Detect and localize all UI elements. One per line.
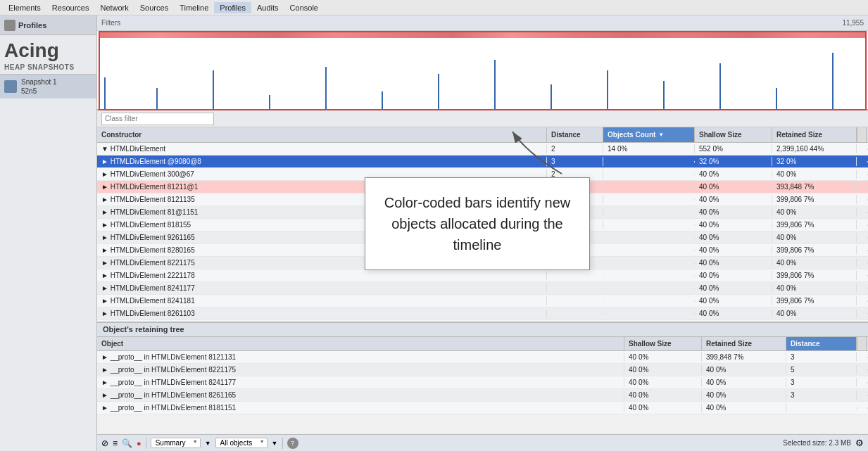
rtd-distance: 3 (786, 378, 857, 387)
rtd-shallow: 40 0% (624, 403, 702, 412)
settings-icon[interactable]: ⚙ (855, 438, 864, 448)
table-row[interactable]: ► HTMLDivElement @9080@8 3 32 0% 32 0% (97, 155, 868, 168)
retaining-row[interactable]: ► __proto__ in HTMLDivElement 8261165 40… (97, 389, 868, 402)
menu-sources[interactable]: Sources (134, 2, 174, 13)
devtools-root: Elements Resources Network Sources Timel… (0, 0, 868, 451)
td-retained: 399,806 7% (772, 195, 857, 204)
td-shallow: 32 0% (695, 157, 772, 166)
td-spacer (857, 288, 868, 289)
menu-resources[interactable]: Resources (46, 2, 95, 13)
th-shallow-size[interactable]: Shallow Size (695, 127, 772, 142)
status-icon-search[interactable]: 🔍 (122, 438, 132, 448)
menu-console[interactable]: Console (284, 2, 324, 13)
rth-scroll (857, 337, 867, 350)
retaining-row[interactable]: ► __proto__ in HTMLDivElement 8181151 40… (97, 402, 868, 414)
rth-retained[interactable]: Retained Size (702, 337, 786, 350)
status-icon-tree[interactable]: ≡ (113, 438, 118, 448)
td-retained: 393,848 7% (772, 182, 857, 191)
td-constructor: ▼ HTMLDivElement (97, 144, 547, 153)
td-spacer (857, 174, 868, 175)
rtd-shallow: 40 0% (624, 365, 702, 374)
status-arrow1: ▼ (205, 440, 211, 447)
menu-audits[interactable]: Audits (251, 2, 284, 13)
filter-select[interactable]: All objects (215, 438, 268, 448)
rth-shallow[interactable]: Shallow Size (624, 337, 702, 350)
sort-arrow: ▼ (658, 132, 664, 138)
menu-elements[interactable]: Elements (3, 2, 46, 13)
status-divider1 (146, 438, 146, 449)
td-count (603, 224, 695, 226)
timeline-v-bar (269, 95, 270, 109)
rtd-retained: 40 0% (702, 403, 786, 412)
td-spacer (857, 212, 868, 213)
rtd-shallow: 40 0% (624, 352, 702, 362)
td-shallow: 40 0% (695, 309, 772, 318)
timeline-vertical-bars (100, 39, 865, 109)
td-retained: 40 0% (772, 258, 857, 267)
timeline-red-line (100, 32, 865, 38)
rth-object[interactable]: Object (97, 337, 624, 350)
menu-network[interactable]: Network (94, 2, 134, 13)
retaining-row[interactable]: ► __proto__ in HTMLDivElement 8121131 40… (97, 351, 868, 364)
td-shallow: 40 0% (695, 220, 772, 229)
sidebar-header: Profiles (0, 15, 96, 35)
td-spacer (857, 148, 868, 150)
td-shallow: 40 0% (695, 258, 772, 267)
rtd-object: ► __proto__ in HTMLDivElement 8261165 (97, 390, 624, 400)
selected-size-text: Selected size: 2.3 MB (783, 439, 851, 447)
menu-timeline[interactable]: Timeline (174, 2, 214, 13)
retaining-row[interactable]: ► __proto__ in HTMLDivElement 8241177 40… (97, 376, 868, 389)
table-row[interactable]: ► HTMLDivElement 2221178 40 0% 399,806 7… (97, 269, 868, 282)
rtd-shallow: 40 0% (624, 390, 702, 400)
timeline-canvas[interactable] (99, 31, 867, 110)
rtd-spacer (857, 395, 868, 396)
timeline-label: Filters (101, 19, 120, 27)
rtd-distance: 3 (786, 390, 857, 400)
rtd-spacer (857, 357, 868, 358)
td-retained: 399,806 7% (772, 246, 857, 255)
class-filter-input[interactable] (101, 113, 214, 125)
toolbar-row (97, 110, 868, 127)
td-spacer (857, 199, 868, 201)
rth-distance[interactable]: Distance (786, 337, 857, 350)
table-row[interactable]: ► HTMLDivElement 8241181 40 0% 399,806 7… (97, 295, 868, 307)
table-row[interactable]: ▼ HTMLDivElement 2 14 0% 552 0% 2,399,16… (97, 143, 868, 155)
retaining-section: Object's retaining tree Object Shallow S… (97, 322, 868, 434)
td-shallow: 40 0% (695, 195, 772, 204)
retaining-table-header: Object Shallow Size Retained Size Distan… (97, 337, 868, 351)
timeline-v-bar (438, 74, 439, 109)
help-button[interactable]: ? (287, 438, 298, 449)
td-spacer (857, 224, 868, 226)
table-row[interactable]: ► HTMLDivElement 8261103 40 0% 40 0% (97, 307, 868, 320)
td-constructor: ► HTMLDivElement 8241177 (97, 284, 547, 293)
menu-profiles[interactable]: Profiles (214, 2, 251, 13)
profiles-icon (4, 20, 15, 31)
td-shallow: 40 0% (695, 233, 772, 242)
status-icon-clear[interactable]: ⊘ (101, 438, 108, 448)
td-retained: 40 0% (772, 284, 857, 293)
timeline-v-bar (832, 53, 834, 109)
retaining-row[interactable]: ► __proto__ in HTMLDivElement 8221175 40… (97, 364, 868, 376)
td-shallow: 552 0% (695, 144, 772, 153)
td-spacer (857, 313, 868, 315)
td-spacer (857, 275, 868, 277)
snapshot-item[interactable]: Snapshot 1 52n5 (0, 74, 96, 99)
th-constructor[interactable]: Constructor (97, 127, 547, 142)
td-spacer (857, 300, 868, 302)
rtd-retained: 40 0% (702, 365, 786, 374)
td-shallow: 40 0% (695, 296, 772, 305)
th-retained-size[interactable]: Retained Size (772, 127, 857, 142)
td-count (603, 300, 695, 302)
td-constructor: ► HTMLDivElement 8261103 (97, 309, 547, 318)
snapshot-icon (4, 80, 17, 93)
content-area: Filters 11,955 Constructor Distance (97, 15, 868, 451)
timeline-v-bar (382, 91, 383, 109)
td-retained: 40 0% (772, 233, 857, 242)
td-spacer (857, 262, 868, 264)
summary-select[interactable]: Summary (151, 438, 201, 448)
timeline-top-bar: Filters 11,955 (97, 15, 868, 31)
status-icon-record[interactable]: ● (137, 439, 141, 447)
timeline-area: Filters 11,955 (97, 15, 868, 110)
snapshot-size: 52n5 (21, 87, 57, 96)
table-row[interactable]: ► HTMLDivElement 8241177 40 0% 40 0% (97, 282, 868, 295)
